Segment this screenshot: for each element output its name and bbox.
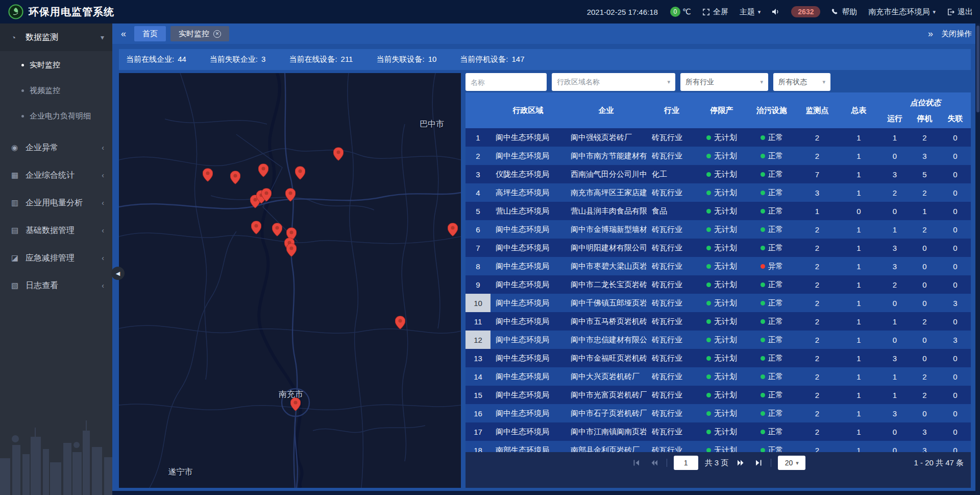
sidebar-item[interactable]: 实时监控 <box>0 52 112 78</box>
tabs-scroll-left-button[interactable]: « <box>117 29 130 38</box>
page-number-input[interactable] <box>674 456 698 470</box>
scrollbar[interactable] <box>975 23 980 495</box>
cell-run-count: 1 <box>880 133 910 142</box>
table-row[interactable]: 5营山生态环境局营山县润丰肉食品有限食品无计划正常10010 <box>465 202 971 220</box>
table-row[interactable]: 16阆中生态环境局阆中市石子页岩机砖厂砖瓦行业无计划正常21300 <box>465 404 971 422</box>
map-pin[interactable] <box>261 188 272 204</box>
help-button[interactable]: 帮助 <box>831 7 857 17</box>
header-toolbar: 2021-02-25 17:46:18 0 ℃ 全屏 主题 ▾ 2632 帮助 … <box>587 6 973 17</box>
map-pin[interactable] <box>272 223 282 238</box>
map-pin[interactable] <box>285 188 296 203</box>
map-pin[interactable] <box>258 163 268 179</box>
table-row[interactable]: 9阆中生态环境局阆中市二龙长宝页岩砖砖瓦行业无计划正常21200 <box>465 275 971 294</box>
status-filter-select[interactable]: 所有状态 ▾ <box>773 73 830 91</box>
cell-region: 南部生态环境局 <box>491 445 566 453</box>
sidebar-group-label: 企业异常 <box>26 143 102 153</box>
next-page-button[interactable] <box>735 457 746 468</box>
table-row[interactable]: 11阆中生态环境局阆中市五马桥页岩机砖砖瓦行业无计划正常21120 <box>465 312 971 331</box>
cell-region: 高坪生态环境局 <box>491 188 566 198</box>
sidebar-item[interactable]: 企业电力负荷明细 <box>0 103 112 129</box>
map-canvas[interactable]: 巴中市南充市遂宁市 <box>119 73 461 488</box>
table-row[interactable]: 7阆中生态环境局阆中明阳建材有限公司砖瓦行业无计划正常21300 <box>465 239 971 257</box>
page-size-value: 20 <box>785 459 793 467</box>
tabs-scroll-right-button[interactable]: » <box>924 29 937 38</box>
page-size-select[interactable]: 20 ▾ <box>778 456 805 470</box>
table-row[interactable]: 18南部生态环境局南部县金利页岩砖厂砖瓦行业无计划正常21030 <box>465 441 971 452</box>
cell-lost-count: 3 <box>940 336 971 344</box>
sidebar-group[interactable]: ◔数据监测▾ <box>0 23 112 51</box>
map-pin[interactable] <box>295 167 305 182</box>
announcement-button[interactable] <box>772 8 780 15</box>
sidebar-group[interactable]: ◪应急减排管理‹ <box>0 244 112 272</box>
table-row[interactable]: 8阆中生态环境局阆中市枣碧大梁山页岩砖瓦行业无计划异常21300 <box>465 257 971 275</box>
cell-lost-count: 0 <box>940 170 971 179</box>
prev-page-button[interactable] <box>649 457 660 468</box>
cell-run-count: 1 <box>880 372 910 381</box>
logout-button[interactable]: 退出 <box>947 7 973 17</box>
table-row[interactable]: 3仪陇生态环境局西南油气田分公司川中化工无计划正常71350 <box>465 165 971 183</box>
cell-monitor-points: 2 <box>797 244 838 252</box>
map-pin[interactable] <box>230 171 240 186</box>
close-tab-icon[interactable]: ✕ <box>213 30 221 38</box>
map-pin[interactable] <box>395 316 405 332</box>
last-page-button[interactable] <box>753 457 764 468</box>
scrollbar-thumb[interactable] <box>976 26 979 112</box>
chevron-down-icon: ▾ <box>796 460 799 466</box>
industry-filter-select[interactable]: 所有行业 ▾ <box>680 73 768 91</box>
cell-lost-count: 0 <box>940 133 971 142</box>
map-pin[interactable] <box>251 221 261 237</box>
name-filter-input[interactable] <box>465 73 547 91</box>
tab-realtime-monitor[interactable]: 实时监控 ✕ <box>170 26 229 41</box>
table-row[interactable]: 1阆中生态环境局阆中强锐页岩砖厂砖瓦行业无计划正常21120 <box>465 128 971 147</box>
cell-region: 阆中生态环境局 <box>491 317 566 326</box>
table-row[interactable]: 17阆中生态环境局阆中市江南镇阆南页岩砖瓦行业无计划正常21030 <box>465 422 971 441</box>
table-row[interactable]: 13阆中生态环境局阆中市金福旺页岩机砖砖瓦行业无计划正常21300 <box>465 349 971 367</box>
cell-monitor-points: 3 <box>797 188 838 197</box>
map-pin[interactable] <box>290 398 301 413</box>
table-row[interactable]: 6阆中生态环境局阆中市金博瑞新型墙材砖瓦行业无计划正常21120 <box>465 220 971 239</box>
map-city-label: 巴中市 <box>420 119 444 129</box>
cell-stop-status-label: 无计划 <box>714 427 737 437</box>
divider <box>667 459 667 467</box>
map-pin[interactable] <box>333 147 344 162</box>
sidebar-group[interactable]: ▧日志查看‹ <box>0 272 112 299</box>
region-filter-select[interactable]: 行政区域名称 ▾ <box>552 73 675 91</box>
table-row[interactable]: 10阆中生态环境局阆中千佛镇五郎垭页岩砖瓦行业无计划正常21003 <box>465 294 971 312</box>
status-dot-icon <box>706 246 711 250</box>
cell-stop-status-label: 无计划 <box>714 170 737 179</box>
table-row[interactable]: 12阆中生态环境局阆中市忠信建材有限公砖瓦行业无计划正常21003 <box>465 331 971 349</box>
status-dot-icon <box>706 374 711 379</box>
sidebar-group[interactable]: ▥企业用电量分析‹ <box>0 189 112 217</box>
first-page-button[interactable] <box>631 457 642 468</box>
sidebar-group[interactable]: ▤基础数据管理‹ <box>0 217 112 244</box>
sidebar-item[interactable]: 视频监控 <box>0 78 112 103</box>
bullet-icon <box>21 89 24 92</box>
map-pin[interactable] <box>286 243 297 258</box>
tab-home[interactable]: 首页 <box>134 26 166 41</box>
table-row[interactable]: 2阆中生态环境局阆中市南方节能建材有砖瓦行业无计划正常21030 <box>465 147 971 165</box>
cell-region: 阆中生态环境局 <box>491 353 566 363</box>
table-row[interactable]: 15阆中生态环境局阆中市光富页岩机砖厂砖瓦行业无计划正常21120 <box>465 386 971 404</box>
sidebar-collapse-button[interactable]: ◀ <box>111 267 125 280</box>
status-dot-icon <box>761 356 765 361</box>
cell-total-meters: 1 <box>838 133 880 142</box>
cell-run-count: 0 <box>880 299 910 308</box>
org-dropdown[interactable]: 南充市生态环境局 ▾ <box>868 7 936 17</box>
sidebar-group[interactable]: ◉企业异常‹ <box>0 134 112 161</box>
row-index: 12 <box>465 331 491 349</box>
cell-halt-count: 1 <box>910 207 940 216</box>
table-row[interactable]: 4高坪生态环境局南充市高坪区王家店建砖瓦行业无计划正常31220 <box>465 183 971 202</box>
table-row[interactable]: 14阆中生态环境局阆中大兴页岩机砖厂砖瓦行业无计划正常21120 <box>465 367 971 386</box>
sidebar-group[interactable]: ▦企业综合统计‹ <box>0 161 112 189</box>
last-page-icon <box>754 459 763 467</box>
cell-total-meters: 0 <box>838 207 880 216</box>
theme-dropdown[interactable]: 主题 ▾ <box>740 7 761 17</box>
map-pin[interactable] <box>203 169 213 184</box>
fullscreen-button[interactable]: 全屏 <box>702 7 728 17</box>
cell-region: 阆中生态环境局 <box>491 262 566 271</box>
cell-region: 仪陇生态环境局 <box>491 170 566 179</box>
col-halt: 停机 <box>910 109 940 128</box>
notification-count-badge[interactable]: 2632 <box>791 6 820 17</box>
close-operations-dropdown[interactable]: 关闭操作 <box>941 29 972 39</box>
map-pin[interactable] <box>448 223 458 238</box>
